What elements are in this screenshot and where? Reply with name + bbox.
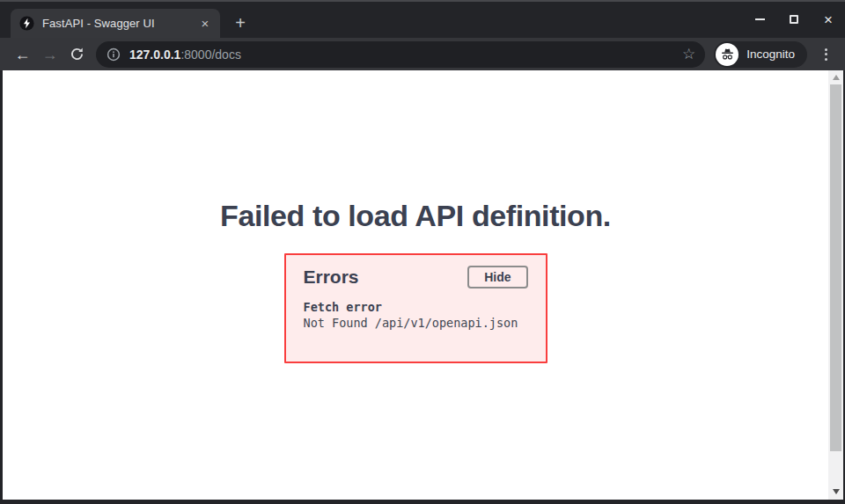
scrollbar-thumb[interactable] xyxy=(830,84,841,451)
vertical-scrollbar[interactable] xyxy=(828,70,843,500)
fastapi-favicon-icon xyxy=(19,16,34,31)
url-host: 127.0.0.1 xyxy=(129,47,180,62)
new-tab-button[interactable]: + xyxy=(229,11,252,34)
browser-window: FastAPI - Swagger UI × + × ← → 127.0.0.1… xyxy=(0,0,845,504)
titlebar: FastAPI - Swagger UI × + × xyxy=(0,0,845,38)
url-path: :8000/docs xyxy=(180,47,241,62)
bookmark-star-icon[interactable]: ☆ xyxy=(682,47,695,62)
minimize-icon[interactable] xyxy=(753,11,766,28)
page-info-icon[interactable] xyxy=(107,47,121,62)
reload-icon[interactable] xyxy=(63,41,91,68)
scrollbar-down-icon[interactable] xyxy=(833,489,840,494)
hide-errors-button[interactable]: Hide xyxy=(467,266,527,289)
errors-panel: Errors Hide Fetch error Not Found /api/v… xyxy=(284,253,547,363)
swagger-page: Failed to load API definition. Errors Hi… xyxy=(3,70,828,500)
errors-title: Errors xyxy=(304,267,359,288)
maximize-icon[interactable] xyxy=(788,11,800,28)
error-type: Fetch error xyxy=(304,300,528,314)
tab-close-icon[interactable]: × xyxy=(197,16,213,32)
incognito-label: Incognito xyxy=(746,47,795,61)
error-item: Fetch error Not Found /api/v1/openapi.js… xyxy=(304,300,528,330)
page-viewport: Failed to load API definition. Errors Hi… xyxy=(0,70,845,504)
window-controls: × xyxy=(753,10,834,29)
page-title: Failed to load API definition. xyxy=(3,199,828,233)
forward-arrow-icon[interactable]: → xyxy=(36,41,63,68)
incognito-icon xyxy=(716,43,738,66)
tab-title: FastAPI - Swagger UI xyxy=(42,17,197,30)
browser-toolbar: ← → 127.0.0.1:8000/docs ☆ xyxy=(0,38,845,70)
kebab-menu-icon[interactable] xyxy=(815,44,836,65)
error-message: Not Found /api/v1/openapi.json xyxy=(304,316,528,330)
url-bar[interactable]: 127.0.0.1:8000/docs ☆ xyxy=(96,41,705,68)
window-close-icon[interactable]: × xyxy=(822,11,834,28)
scrollbar-up-icon[interactable] xyxy=(833,75,840,80)
browser-tab[interactable]: FastAPI - Swagger UI × xyxy=(11,9,220,38)
back-arrow-icon[interactable]: ← xyxy=(9,41,36,68)
url-text: 127.0.0.1:8000/docs xyxy=(129,47,241,62)
incognito-badge: Incognito xyxy=(714,41,807,68)
